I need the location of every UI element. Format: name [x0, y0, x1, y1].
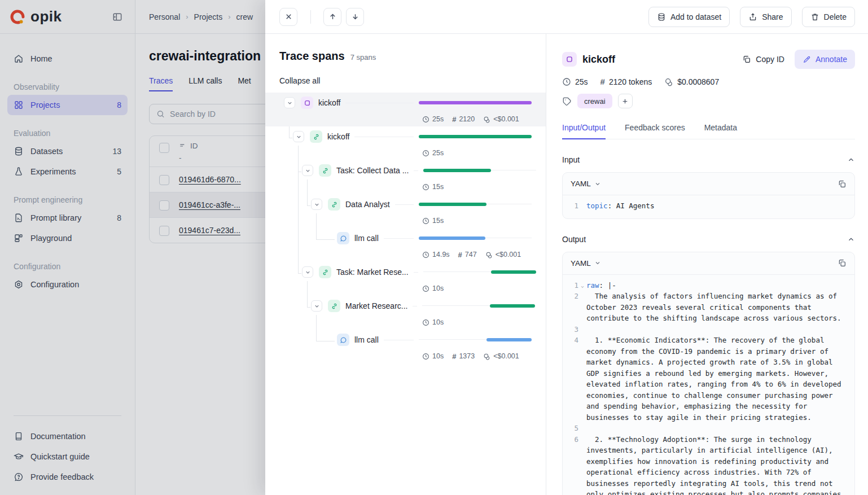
span-detail-panel: kickoff Copy ID Annotate 25s: [546, 34, 868, 495]
span-row-kickoff-trace[interactable]: kickoff 25s #2120 <$0.001: [265, 93, 546, 126]
duration-stat: 25s: [562, 77, 588, 86]
link-icon: [310, 130, 322, 143]
code-line: 1 ⌄ raw: |-: [567, 280, 847, 291]
chevron-down-icon[interactable]: [284, 97, 295, 108]
format-select[interactable]: YAML: [571, 259, 601, 268]
delete-button[interactable]: Delete: [802, 7, 855, 27]
output-code-block: YAML 1 ⌄ raw: |- 2 The ana: [562, 252, 855, 495]
span-label: kickoff: [327, 132, 349, 141]
collapse-all-link[interactable]: Collapse all: [279, 76, 320, 85]
duration-stat: 15s: [422, 183, 444, 191]
duration-stat: 14.9s: [422, 251, 450, 259]
duration-stat: 10s: [422, 284, 444, 292]
output-section-title: Output: [562, 235, 586, 244]
prev-trace-arrow-up-icon[interactable]: [323, 8, 341, 26]
span-row-data-analyst[interactable]: Data Analyst 15s: [279, 194, 532, 228]
copy-id-button[interactable]: Copy ID: [742, 55, 784, 64]
chevron-down-icon[interactable]: [311, 199, 322, 210]
share-icon: [748, 12, 757, 21]
trace-icon: [562, 52, 577, 67]
tokens-stat: #747: [458, 251, 477, 259]
drawer-toolbar: Add to dataset Share Delete: [265, 0, 868, 34]
duration-bar: [491, 270, 536, 274]
span-row-kickoff[interactable]: kickoff 25s: [279, 126, 532, 160]
code-line: 6 2. **Technology Adoption**: The surge …: [567, 434, 847, 495]
close-icon[interactable]: [279, 8, 297, 26]
span-label: Data Analyst: [345, 200, 390, 209]
tag-icon: [562, 97, 572, 106]
spans-tree: kickoff 25s #2120 <$0.001: [279, 93, 532, 363]
span-row-market-researcher[interactable]: Market Researc... 10s: [279, 296, 532, 330]
duration-bar: [490, 304, 535, 308]
annotate-button[interactable]: Annotate: [795, 50, 855, 69]
cost-stat: <$0.001: [483, 352, 519, 360]
duration-bar: [419, 203, 486, 206]
tab-input-output[interactable]: Input/Output: [562, 123, 606, 139]
tab-metadata[interactable]: Metadata: [704, 123, 737, 139]
span-label: Task: Market Rese...: [336, 268, 409, 277]
duration-bar: [419, 236, 485, 240]
input-code-block: YAML 1 topic: AI Agents: [562, 172, 855, 219]
clock-icon: [422, 353, 429, 360]
chevron-down-icon[interactable]: [302, 266, 313, 278]
output-section-header[interactable]: Output: [562, 235, 855, 244]
clock-icon: [422, 319, 429, 326]
clock-icon: [422, 150, 429, 157]
duration-bar: [419, 135, 532, 138]
clock-icon: [422, 251, 429, 259]
chevron-down-icon[interactable]: [293, 131, 304, 142]
coins-icon: [483, 116, 490, 123]
chevron-down-icon[interactable]: [311, 300, 322, 312]
span-label: llm call: [354, 234, 379, 243]
database-icon: [657, 12, 666, 21]
format-label: YAML: [571, 179, 591, 188]
input-section-header[interactable]: Input: [562, 155, 855, 164]
fold-caret-icon[interactable]: ⌄: [578, 280, 586, 291]
hash-icon: #: [452, 352, 456, 361]
code-line: 5: [567, 423, 847, 434]
chevron-up-icon[interactable]: [847, 156, 855, 164]
spans-panel-title: Trace spans: [279, 50, 345, 63]
span-row-llm-call[interactable]: llm call 14.9s #747 <$0.001: [279, 228, 532, 262]
link-icon: [319, 164, 331, 177]
next-trace-arrow-down-icon[interactable]: [346, 8, 364, 26]
button-label: Annotate: [816, 55, 847, 64]
code-line: 1 topic: AI Agents: [567, 200, 847, 212]
span-row-task-collect-data[interactable]: Task: Collect Data ... 15s: [279, 160, 532, 194]
share-button[interactable]: Share: [740, 7, 791, 27]
spans-count: 7 spans: [350, 53, 376, 62]
add-tag-plus-icon[interactable]: [618, 94, 633, 108]
clock-icon: [422, 217, 429, 225]
duration-bar: [419, 101, 532, 104]
span-row-task-market-research[interactable]: Task: Market Rese... 10s: [279, 262, 532, 296]
tokens-stat: #2120 tokens: [600, 77, 652, 86]
app-root: opik Home Observability Pro: [0, 0, 868, 495]
chevron-down-icon[interactable]: [302, 165, 313, 176]
code-line: 2 The analysis of factors influencing ma…: [567, 291, 847, 324]
tag-crewai[interactable]: crewai: [577, 94, 612, 108]
copy-icon[interactable]: [838, 259, 847, 268]
format-select[interactable]: YAML: [571, 179, 601, 188]
cost-stat: <$0.001: [483, 115, 519, 123]
span-label: kickoff: [318, 98, 340, 107]
chevron-down-icon: [594, 181, 601, 187]
span-label: Task: Collect Data ...: [336, 166, 409, 175]
span-row-llm-call[interactable]: llm call 10s #1373 <$0.001: [279, 330, 532, 363]
coins-icon: [483, 353, 490, 360]
copy-icon[interactable]: [838, 179, 847, 189]
chat-bubble-icon: [337, 334, 349, 346]
button-label: Share: [762, 12, 783, 21]
button-label: Add to dataset: [670, 12, 721, 21]
code-line: 4 1. **Economic Indicators**: The recove…: [567, 335, 847, 423]
add-to-dataset-button[interactable]: Add to dataset: [648, 7, 730, 27]
tab-feedback-scores[interactable]: Feedback scores: [625, 123, 685, 139]
modal-dim-overlay[interactable]: [0, 0, 265, 495]
duration-stat: 15s: [422, 217, 444, 225]
clock-icon: [562, 77, 571, 86]
span-label: llm call: [354, 335, 379, 344]
input-section-title: Input: [562, 155, 580, 164]
chevron-up-icon[interactable]: [847, 235, 855, 243]
detail-tabs: Input/Output Feedback scores Metadata: [562, 123, 855, 139]
divider: [310, 10, 311, 24]
duration-stat: 10s: [422, 318, 444, 326]
